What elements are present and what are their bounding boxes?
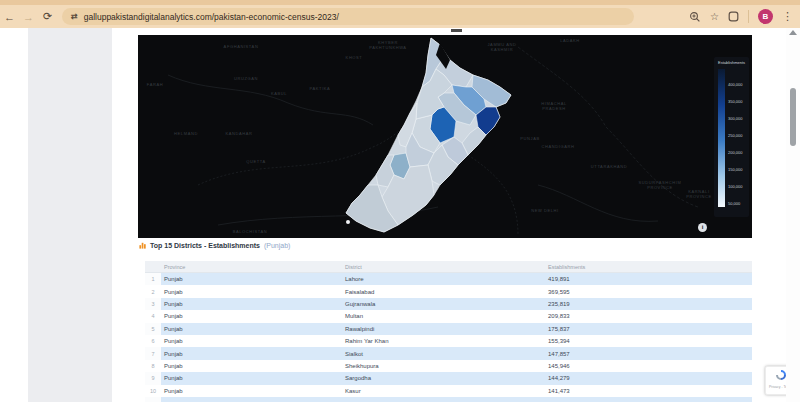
page-viewport: AFGHANISTAN KHYBER PAKHTUNKHWA LADAKH JA… [0, 28, 800, 402]
establishments-cell: 235,819 [548, 301, 752, 307]
table-row[interactable]: 1 Punjab Lahore 419,891 [145, 273, 752, 285]
table-row[interactable]: 10 Punjab Kasur 141,473 [145, 385, 752, 397]
province-cell: Punjab [161, 338, 345, 344]
site-info-icon[interactable]: ⇄ [71, 12, 78, 21]
map-label: PUNJAB [520, 137, 539, 142]
district-cell: Gujranwala [345, 301, 548, 307]
menu-kebab-icon[interactable]: ⋮ [782, 11, 793, 22]
establishments-cell: 144,279 [548, 375, 752, 381]
table-row[interactable]: 3 Punjab Gujranwala 235,819 [145, 298, 752, 310]
map-label: KHYBER PAKHTUNKHWA [365, 41, 411, 51]
map-label: AFGHANISTAN [224, 45, 259, 50]
table-row[interactable]: 4 Punjab Multan 209,833 [145, 310, 752, 322]
map-label: KHOST [346, 56, 363, 61]
district-cell: Lahore [345, 276, 548, 282]
province-cell: Punjab [161, 388, 345, 394]
map-label: PAKTIKA [310, 87, 331, 92]
profile-avatar[interactable]: B [758, 9, 773, 24]
legend-tick: 200,000 [728, 150, 742, 155]
rank-cell: 5 [145, 326, 161, 332]
table-row[interactable]: 9 Punjab Sargodha 144,279 [145, 372, 752, 384]
url-text[interactable]: galluppakistandigitalanalytics.com/pakis… [84, 12, 339, 22]
extensions-icon[interactable] [728, 11, 739, 22]
establishments-cell: 147,857 [548, 351, 752, 357]
rank-cell: 9 [145, 375, 161, 381]
page-scrollbar[interactable] [786, 28, 800, 402]
map-attribution-icon[interactable]: i [698, 223, 707, 232]
ranking-icon [139, 242, 146, 249]
map-label: URUZGAN [234, 77, 258, 82]
punjab-province-shape[interactable] [346, 38, 511, 232]
bookmark-star-icon[interactable]: ☆ [710, 12, 719, 22]
district-cell: Kasur [345, 388, 548, 394]
legend-tick: 100,000 [728, 184, 742, 189]
legend-gradient-bar [718, 69, 725, 207]
map-label: HELMAND [174, 132, 198, 137]
table-title-row: Top 15 Districts - Establishments (Punja… [139, 240, 290, 250]
legend-title: Establishments [718, 60, 745, 65]
district-cell: Faisalabad [345, 289, 548, 295]
district-cell: Rawalpindi [345, 326, 548, 332]
table-row-clipped[interactable] [145, 397, 752, 402]
map-label: HIMACHAL PRADESH [531, 102, 577, 112]
map-label: NEW DELHI [531, 209, 559, 214]
map-legend: Establishments 400,000 350,000 300,000 2… [714, 57, 749, 217]
map-city-dot [346, 220, 350, 224]
column-header-district: District [345, 264, 548, 270]
rank-cell: 1 [145, 276, 161, 282]
table-row[interactable]: 5 Punjab Rawalpindi 175,837 [145, 323, 752, 335]
establishments-cell: 175,837 [548, 326, 752, 332]
choropleth-map[interactable]: AFGHANISTAN KHYBER PAKHTUNKHWA LADAKH JA… [138, 35, 752, 238]
rank-cell: 7 [145, 351, 161, 357]
province-cell: Punjab [161, 276, 345, 282]
scrollbar-up-arrow-icon[interactable] [789, 30, 797, 35]
establishments-cell: 369,595 [548, 289, 752, 295]
map-label: KABUL [271, 92, 287, 97]
rank-cell: 6 [145, 338, 161, 344]
map-label: CHANDIGARH [542, 145, 575, 150]
province-cell: Punjab [161, 313, 345, 319]
browser-chrome: ← → ⟳ ⇄ galluppakistandigitalanalytics.c… [0, 0, 800, 29]
establishments-cell: 145,946 [548, 363, 752, 369]
toolbar-divider [748, 10, 749, 23]
table-row[interactable]: 6 Punjab Rahim Yar Khan 155,394 [145, 335, 752, 347]
rank-cell: 8 [145, 363, 161, 369]
map-label: JAMMU AND KASHMIR [479, 43, 525, 53]
establishments-cell: 155,394 [548, 338, 752, 344]
province-cell: Punjab [161, 326, 345, 332]
province-cell: Punjab [161, 289, 345, 295]
legend-tick: 150,000 [728, 167, 742, 172]
establishments-cell: 141,473 [548, 388, 752, 394]
reload-button[interactable]: ⟳ [38, 10, 57, 23]
table-title: Top 15 Districts - Establishments [150, 242, 260, 249]
map-label: LADAKH [560, 39, 580, 44]
district-cell: Rahim Yar Khan [345, 338, 548, 344]
browser-window: ← → ⟳ ⇄ galluppakistandigitalanalytics.c… [0, 0, 800, 402]
map-label: UTTARAKHAND [591, 165, 627, 170]
province-cell: Punjab [161, 375, 345, 381]
rank-cell: 3 [145, 301, 161, 307]
forward-button[interactable]: → [19, 11, 38, 23]
table-row[interactable]: 7 Punjab Sialkot 147,857 [145, 347, 752, 359]
district-cell: Sheikhupura [345, 363, 548, 369]
province-cell: Punjab [161, 351, 345, 357]
establishments-cell: 419,891 [548, 276, 752, 282]
legend-tick: 250,000 [728, 133, 742, 138]
legend-tick: 400,000 [728, 82, 742, 87]
table-row[interactable]: 8 Punjab Sheikhupura 145,946 [145, 360, 752, 372]
table-region-label: (Punjab) [264, 242, 290, 249]
legend-tick: 50,000 [728, 201, 740, 206]
table-header: Province District Establishments [145, 261, 752, 273]
district-cell: Multan [345, 313, 548, 319]
scrolled-text-fragment [451, 29, 462, 32]
scrollbar-thumb[interactable] [790, 88, 796, 146]
map-label: QUETTA [246, 160, 266, 165]
rank-cell: 2 [145, 289, 161, 295]
zoom-icon[interactable] [689, 11, 701, 23]
back-button[interactable]: ← [0, 11, 19, 23]
address-bar[interactable]: ⇄ galluppakistandigitalanalytics.com/pak… [62, 8, 634, 25]
map-label: BALOCHISTAN [233, 230, 268, 235]
legend-tick: 350,000 [728, 99, 742, 104]
map-label: KANDAHAR [225, 132, 252, 137]
table-row[interactable]: 2 Punjab Faisalabad 369,595 [145, 285, 752, 297]
